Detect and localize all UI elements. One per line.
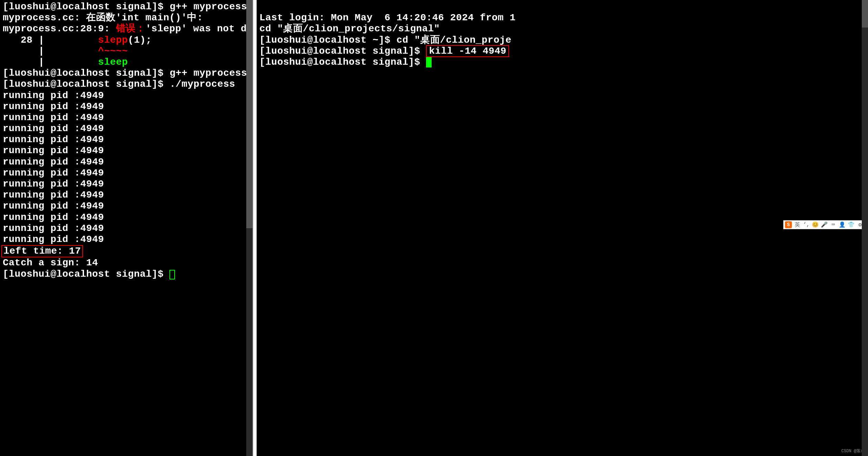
prompt-line: [luoshui@localhost signal]$ xyxy=(259,57,865,68)
pipe-text: | xyxy=(3,46,98,56)
running-line: running pid :4949 xyxy=(3,134,250,145)
error-text: 在函数' xyxy=(80,12,122,23)
running-line: running pid :4949 xyxy=(3,112,250,123)
prompt-text: [luoshui@localhost signal]$ xyxy=(3,269,169,279)
running-line: running pid :4949 xyxy=(3,145,250,156)
ime-skin-icon[interactable]: 👕 xyxy=(848,221,855,228)
error-text: '中: xyxy=(181,12,203,23)
error-caret: ^~~~~ xyxy=(98,46,128,56)
ime-lang-icon[interactable]: 英 xyxy=(794,221,801,228)
error-text: ' was not de xyxy=(181,23,253,34)
prompt-text: [luoshui@localhost ~]$ xyxy=(259,35,396,45)
kill-command-highlight: kill -14 4949 xyxy=(426,45,509,57)
prompt-line: [luoshui@localhost signal]$ ./myprocess xyxy=(3,79,250,90)
prompt-text: [luoshui@localhost signal]$ xyxy=(3,1,169,12)
scrollbar-right[interactable] xyxy=(862,0,868,456)
command-text: g++ myprocess.c xyxy=(169,1,253,12)
error-code: slepp xyxy=(98,35,128,45)
prompt-text: [luoshui@localhost signal]$ xyxy=(3,68,169,78)
cd-echo-line: cd "桌面/clion_projects/signal" xyxy=(259,23,865,34)
running-line: running pid :4949 xyxy=(3,201,250,212)
command-text: cd "桌面/clion_proje xyxy=(396,35,512,45)
running-line: running pid :4949 xyxy=(3,101,250,112)
ime-logo-icon[interactable]: S xyxy=(785,221,792,228)
terminal-right-pane[interactable]: Last login: Mon May 6 14:20:46 2024 from… xyxy=(257,0,868,456)
prompt-line: [luoshui@localhost ~]$ cd "桌面/clion_proj… xyxy=(259,35,865,46)
watermark-text: CSDN @落水 xyxy=(841,448,865,454)
error-file: myprocess.cc: xyxy=(3,12,80,23)
error-function: int main() xyxy=(122,12,181,23)
running-line: running pid :4949 xyxy=(3,123,250,134)
running-line: running pid :4949 xyxy=(3,179,250,190)
line-number: 28 | xyxy=(3,35,98,45)
error-context-line: myprocess.cc: 在函数'int main()'中: xyxy=(3,12,250,23)
error-token: slepp xyxy=(152,23,182,34)
error-suggestion: sleep xyxy=(98,57,128,67)
error-caret-line: | ^~~~~ xyxy=(3,46,250,57)
prompt-line: [luoshui@localhost signal]$ g++ myproces… xyxy=(3,68,250,79)
prompt-text: [luoshui@localhost signal]$ xyxy=(3,79,169,89)
running-line: running pid :4949 xyxy=(3,234,250,245)
code-text: (1); xyxy=(128,35,152,45)
ime-emoji-icon[interactable]: 😊 xyxy=(812,221,819,228)
terminal-left-pane[interactable]: [luoshui@localhost signal]$ g++ myproces… xyxy=(0,0,253,456)
prompt-line: [luoshui@localhost signal]$ xyxy=(3,269,250,280)
error-text: ' xyxy=(145,23,151,34)
scrollbar-thumb[interactable] xyxy=(862,0,868,28)
error-location: myprocess.cc:28:9: xyxy=(3,23,110,34)
running-line: running pid :4949 xyxy=(3,212,250,223)
ime-user-icon[interactable]: 👤 xyxy=(839,221,846,228)
prompt-line: [luoshui@localhost signal]$ kill -14 494… xyxy=(259,46,865,57)
command-text: g++ myprocess.c xyxy=(169,68,253,78)
ime-punct-icon[interactable]: ‘, xyxy=(803,221,810,228)
ime-toolbar[interactable]: S 英 ‘, 😊 🎤 ⌨ 👤 👕 ⚙ xyxy=(783,220,865,229)
prompt-text: [luoshui@localhost signal]$ xyxy=(259,57,426,67)
running-line: running pid :4949 xyxy=(3,168,250,179)
error-suggest-line: | sleep xyxy=(3,57,250,68)
catch-sign-line: Catch a sign: 14 xyxy=(3,257,250,268)
left-time-line: left time: 17 xyxy=(3,245,250,257)
pipe-text: | xyxy=(3,57,98,67)
running-line: running pid :4949 xyxy=(3,223,250,234)
error-code-line: 28 | slepp(1); xyxy=(3,35,250,46)
prompt-text: [luoshui@localhost signal]$ xyxy=(259,46,426,56)
cursor-icon xyxy=(426,57,432,67)
running-line: running pid :4949 xyxy=(3,90,250,101)
prompt-line: [luoshui@localhost signal]$ g++ myproces… xyxy=(3,1,250,12)
scrollbar-thumb[interactable] xyxy=(246,0,252,228)
running-output: running pid :4949running pid :4949runnin… xyxy=(3,90,250,245)
left-time-highlight: left time: 17 xyxy=(1,245,83,257)
cursor-icon xyxy=(169,270,175,279)
ime-mic-icon[interactable]: 🎤 xyxy=(821,221,828,228)
command-text: ./myprocess xyxy=(169,79,235,89)
last-login-line: Last login: Mon May 6 14:20:46 2024 from… xyxy=(259,12,865,23)
scrollbar-left[interactable] xyxy=(246,0,252,456)
blank-line xyxy=(259,1,865,12)
running-line: running pid :4949 xyxy=(3,157,250,168)
error-label: 错误： xyxy=(110,23,145,34)
running-line: running pid :4949 xyxy=(3,190,250,201)
ime-keyboard-icon[interactable]: ⌨ xyxy=(830,221,837,228)
error-message-line: myprocess.cc:28:9: 错误：'slepp' was not de xyxy=(3,23,250,34)
